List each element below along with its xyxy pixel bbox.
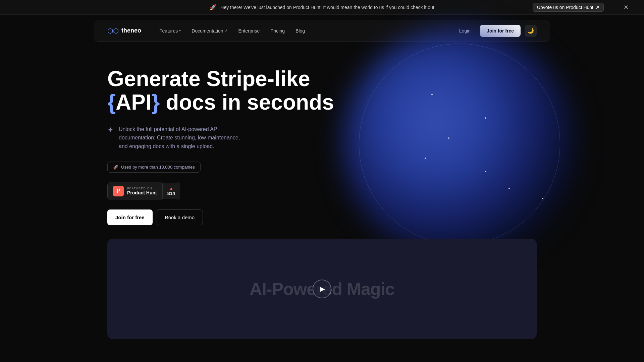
announcement-rocket-icon: 🚀 — [210, 4, 216, 10]
moon-icon: 🌙 — [527, 27, 534, 34]
hero-title: Generate Stripe-like {API} docs in secon… — [107, 67, 342, 114]
nav-item-pricing[interactable]: Pricing — [266, 25, 289, 36]
nav-actions: Login Join for free 🌙 — [454, 25, 537, 37]
nav-item-features[interactable]: Features ▾ — [155, 25, 185, 36]
product-hunt-left: P FEATURED ON Product Hunt — [108, 182, 162, 200]
book-demo-button[interactable]: Book a demo — [157, 209, 203, 225]
hero-title-line1: Generate Stripe-like — [107, 67, 310, 91]
play-button[interactable]: ▶ — [313, 280, 331, 298]
nav-item-enterprise[interactable]: Enterprise — [233, 25, 264, 36]
product-hunt-logo: P — [113, 186, 124, 196]
video-container: AI-Powered Magic ▶ — [107, 239, 537, 339]
upvote-product-hunt-link[interactable]: Upvote us on Product Hunt ↗ — [533, 3, 604, 12]
cross-icon: ✦ — [107, 126, 113, 134]
nav-label-blog: Blog — [296, 28, 305, 34]
nav-label-features: Features — [159, 28, 178, 34]
join-for-free-button-hero[interactable]: Join for free — [107, 209, 153, 225]
theme-toggle-button[interactable]: 🌙 — [525, 25, 537, 37]
announcement-text: Hey there! We've just launched on Produc… — [220, 5, 434, 10]
video-title-end: d Magic — [332, 279, 394, 299]
used-by-badge[interactable]: 🚀 Used by more than 10,000 companies — [107, 162, 201, 173]
product-hunt-vote-count: ▲ 814 — [162, 183, 180, 199]
hero-title-line2: {API} docs in seconds — [107, 90, 334, 114]
hero-content: Generate Stripe-like {API} docs in secon… — [107, 67, 342, 225]
nav-links: Features ▾ Documentation ↗ Enterprise Pr… — [155, 25, 454, 36]
hero-title-rest: docs in seconds — [160, 90, 334, 114]
play-icon: ▶ — [320, 285, 325, 293]
external-link-icon: ↗ — [224, 28, 227, 33]
nav-item-blog[interactable]: Blog — [291, 25, 310, 36]
logo-icon: ⬡⬡ — [107, 27, 119, 35]
login-button[interactable]: Login — [454, 25, 476, 36]
product-hunt-name: Product Hunt — [127, 190, 157, 195]
nav-label-pricing: Pricing — [270, 28, 285, 34]
logo-text: theneo — [121, 27, 141, 34]
used-by-text: Used by more than 10,000 companies — [121, 165, 195, 170]
hero-title-curly-close: } — [152, 90, 160, 114]
video-title-start: AI-Powe — [250, 279, 316, 299]
external-link-icon: ↗ — [595, 5, 599, 10]
nav-label-enterprise: Enterprise — [238, 28, 260, 34]
navbar: ⬡⬡ theneo Features ▾ Documentation ↗ Ent… — [94, 20, 550, 42]
product-hunt-arrow-icon: ▲ — [169, 186, 173, 191]
nav-item-documentation[interactable]: Documentation ↗ — [187, 25, 232, 36]
product-hunt-count: 814 — [167, 191, 175, 196]
cta-buttons: Join for free Book a demo — [107, 209, 342, 225]
upvote-link-text: Upvote us on Product Hunt — [537, 5, 593, 10]
join-for-free-button-nav[interactable]: Join for free — [480, 25, 521, 37]
announcement-close-button[interactable]: ✕ — [621, 3, 631, 12]
chevron-down-icon: ▾ — [179, 29, 181, 33]
product-hunt-featured-on: FEATURED ON — [127, 187, 157, 190]
product-hunt-badge[interactable]: P FEATURED ON Product Hunt ▲ 814 — [107, 182, 180, 200]
video-section: AI-Powered Magic ▶ — [94, 239, 550, 353]
logo[interactable]: ⬡⬡ theneo — [107, 27, 141, 35]
hero-subtitle-container: ✦ Unlock the full potential of AI-powere… — [107, 125, 342, 151]
rocket-icon: 🚀 — [113, 165, 118, 170]
hero-subtitle: Unlock the full potential of AI-powered … — [119, 125, 246, 151]
nav-label-documentation: Documentation — [192, 28, 223, 34]
announcement-bar: 🚀 Hey there! We've just launched on Prod… — [0, 0, 644, 15]
hero-title-curly-open: { — [107, 90, 116, 114]
hero-section: Generate Stripe-like {API} docs in secon… — [94, 47, 550, 239]
hero-orb — [309, 27, 577, 261]
product-hunt-text: FEATURED ON Product Hunt — [127, 187, 157, 195]
hero-title-api: API — [116, 90, 152, 114]
